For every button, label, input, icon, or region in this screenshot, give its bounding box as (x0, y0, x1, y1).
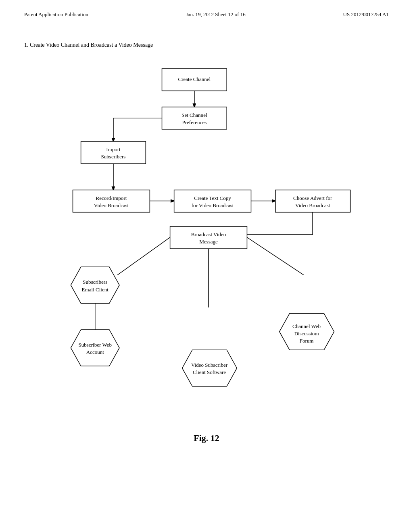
subscribers-email-hex (71, 267, 120, 303)
video-subscriber-hex (182, 350, 237, 386)
channel-web-label3: Forum (300, 338, 314, 344)
subscriber-web-hex (71, 330, 120, 366)
arrow-set-to-import (113, 118, 162, 141)
record-import-box (73, 190, 150, 212)
subscriber-web-label: Subscriber Web (79, 342, 112, 348)
create-text-copy-label: Create Text Copy (194, 195, 231, 201)
set-channel-prefs-label: Set Channel (181, 112, 207, 118)
video-subscriber-label: Video Subscriber (191, 362, 228, 368)
header-left: Patent Application Publication (24, 11, 88, 18)
choose-advert-label: Choose Advert for (293, 195, 332, 201)
channel-web-label: Channel Web (292, 323, 321, 329)
choose-advert-box (275, 190, 350, 212)
create-text-copy-label2: for Video Broadcast (192, 202, 234, 208)
create-channel-label: Create Channel (178, 76, 211, 82)
broadcast-video-box (170, 227, 247, 249)
page-header: Patent Application Publication Jan. 19, … (0, 0, 413, 18)
broadcast-video-label: Broadcast Video (191, 231, 226, 237)
set-channel-prefs-box (162, 107, 227, 129)
channel-web-label2: Discussiom (294, 330, 319, 337)
header-middle: Jan. 19, 2012 Sheet 12 of 16 (186, 11, 246, 18)
diagram-container: 1. Create Video Channel and Broadcast a … (0, 42, 413, 443)
subscribers-email-label2: Email Client (82, 287, 109, 293)
record-import-label: Record/Import (96, 195, 127, 201)
import-subscribers-box (81, 141, 146, 164)
broadcast-video-label2: Message (199, 239, 218, 245)
create-text-copy-box (174, 190, 251, 212)
line-broadcast-to-email (117, 237, 170, 275)
choose-advert-label2: Video Broadcast (295, 202, 330, 208)
import-subscribers-label2: Subscribers (101, 154, 126, 160)
flowchart-svg: Create Channel Set Channel Preferences I… (24, 60, 389, 425)
header-right: US 2012/0017254 A1 (343, 11, 389, 18)
subscribers-email-label: Subscribers (83, 279, 107, 285)
video-subscriber-label2: Client Software (193, 369, 226, 375)
subscriber-web-label2: Account (86, 349, 104, 355)
line-broadcast-to-channel-web (247, 237, 304, 275)
import-subscribers-label: Import (106, 146, 121, 152)
set-channel-prefs-label2: Preferences (182, 119, 206, 125)
record-import-label2: Video Broadcast (94, 202, 129, 208)
section-title: 1. Create Video Channel and Broadcast a … (24, 42, 389, 48)
figure-label: Fig. 12 (24, 433, 389, 443)
